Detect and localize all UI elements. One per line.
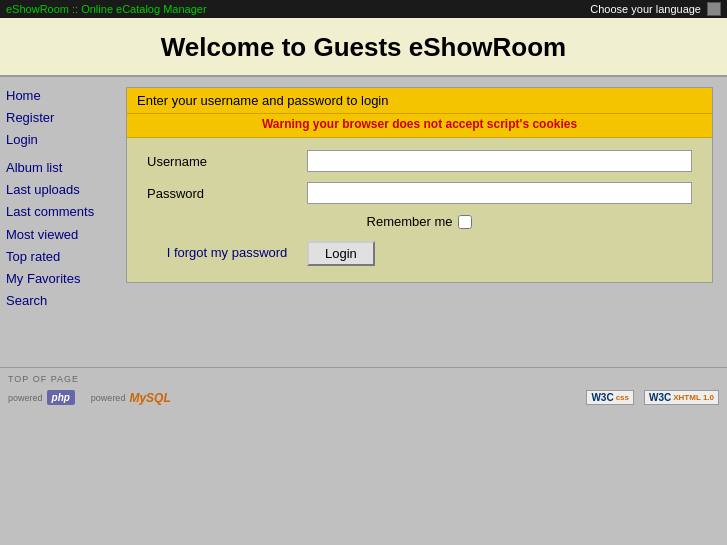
sidebar-item-home[interactable]: Home <box>6 85 114 107</box>
sidebar-item-register[interactable]: Register <box>6 107 114 129</box>
forgot-password-label: I forgot my password <box>147 244 307 262</box>
username-label: Username <box>147 154 307 169</box>
sidebar: Home Register Login Album list Last uplo… <box>0 77 120 367</box>
username-input[interactable] <box>307 150 692 172</box>
login-button[interactable]: Login <box>307 241 375 266</box>
footer-right: W3C css W3C XHTML 1.0 <box>586 390 719 405</box>
forgot-login-row: I forgot my password Login <box>147 241 692 266</box>
php-logo: powered php <box>8 390 75 405</box>
username-row: Username <box>147 150 692 172</box>
login-box-header: Enter your username and password to logi… <box>127 88 712 114</box>
w3c-css-label: W3C <box>591 392 613 403</box>
page-title: Welcome to Guests eShowRoom <box>0 32 727 63</box>
footer-logos: powered php powered MySQL W3C css W3C XH… <box>8 390 719 405</box>
sidebar-item-album-list[interactable]: Album list <box>6 157 114 179</box>
login-form-area: Username Password Remember me I forgot m… <box>127 138 712 282</box>
powered-by-php-label: powered <box>8 393 43 403</box>
language-label: Choose your language <box>590 3 701 15</box>
login-box: Enter your username and password to logi… <box>126 87 713 283</box>
password-row: Password <box>147 182 692 204</box>
welcome-header: Welcome to Guests eShowRoom <box>0 18 727 77</box>
language-box-icon[interactable] <box>707 2 721 16</box>
sidebar-item-last-comments[interactable]: Last comments <box>6 201 114 223</box>
app-title: eShowRoom :: Online eCatalog Manager <box>6 3 207 15</box>
powered-by-mysql-label: powered <box>91 393 126 403</box>
w3c-css-sub: css <box>616 393 629 402</box>
remember-row: Remember me <box>147 214 692 229</box>
top-of-page-label: TOP OF PAGE <box>8 374 719 384</box>
sidebar-item-most-viewed[interactable]: Most viewed <box>6 224 114 246</box>
w3c-css-badge: W3C css <box>586 390 634 405</box>
w3c-xhtml-sub: XHTML 1.0 <box>673 393 714 402</box>
w3c-xhtml-badge: W3C XHTML 1.0 <box>644 390 719 405</box>
top-bar: eShowRoom :: Online eCatalog Manager Cho… <box>0 0 727 18</box>
forgot-text[interactable]: I forgot my password <box>167 245 288 260</box>
password-input[interactable] <box>307 182 692 204</box>
remember-checkbox[interactable] <box>458 215 472 229</box>
w3c-xhtml-label: W3C <box>649 392 671 403</box>
password-label: Password <box>147 186 307 201</box>
sidebar-item-top-rated[interactable]: Top rated <box>6 246 114 268</box>
sidebar-item-last-uploads[interactable]: Last uploads <box>6 179 114 201</box>
login-button-cell: Login <box>307 241 692 266</box>
bottom-bar: TOP OF PAGE powered php powered MySQL W3… <box>0 367 727 409</box>
sidebar-item-search[interactable]: Search <box>6 290 114 312</box>
mysql-badge: MySQL <box>129 391 170 405</box>
sidebar-item-my-favorites[interactable]: My Favorites <box>6 268 114 290</box>
main-layout: Home Register Login Album list Last uplo… <box>0 77 727 367</box>
php-badge: php <box>47 390 75 405</box>
content-area: Enter your username and password to logi… <box>120 77 727 367</box>
remember-label: Remember me <box>367 214 453 229</box>
gray-footer <box>0 409 727 545</box>
login-warning: Warning your browser does not accept scr… <box>127 114 712 138</box>
mysql-logo: powered MySQL <box>91 391 171 405</box>
language-selector[interactable]: Choose your language <box>590 2 721 16</box>
sidebar-item-login[interactable]: Login <box>6 129 114 151</box>
